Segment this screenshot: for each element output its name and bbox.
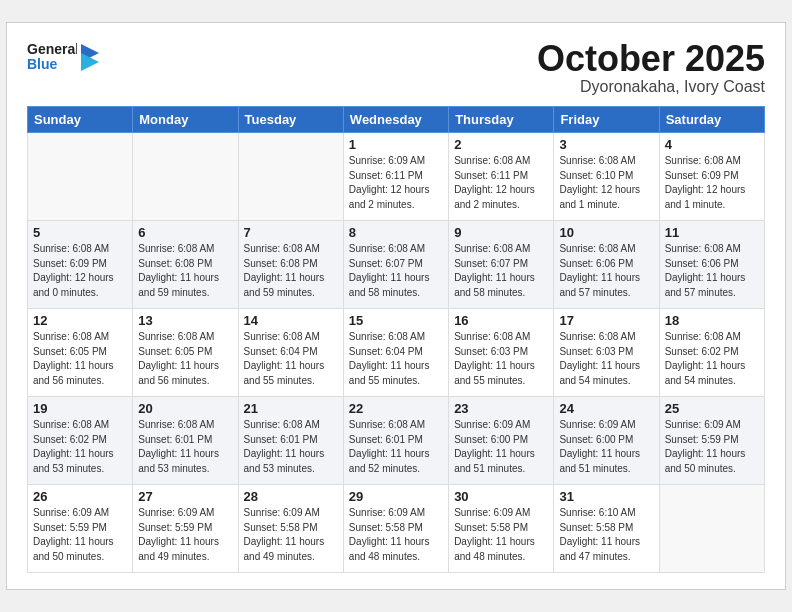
month-title: October 2025 [537, 39, 765, 79]
day-info: Sunrise: 6:08 AM Sunset: 6:05 PM Dayligh… [138, 330, 232, 388]
day-number: 6 [138, 225, 232, 240]
week-row-4: 19Sunrise: 6:08 AM Sunset: 6:02 PM Dayli… [28, 397, 765, 485]
day-cell: 18Sunrise: 6:08 AM Sunset: 6:02 PM Dayli… [659, 309, 764, 397]
week-row-5: 26Sunrise: 6:09 AM Sunset: 5:59 PM Dayli… [28, 485, 765, 573]
calendar-grid: Sunday Monday Tuesday Wednesday Thursday… [27, 106, 765, 573]
day-info: Sunrise: 6:09 AM Sunset: 6:00 PM Dayligh… [454, 418, 548, 476]
day-info: Sunrise: 6:10 AM Sunset: 5:58 PM Dayligh… [559, 506, 653, 564]
day-cell: 22Sunrise: 6:08 AM Sunset: 6:01 PM Dayli… [343, 397, 448, 485]
day-number: 30 [454, 489, 548, 504]
day-number: 24 [559, 401, 653, 416]
day-info: Sunrise: 6:08 AM Sunset: 6:02 PM Dayligh… [665, 330, 759, 388]
day-cell: 7Sunrise: 6:08 AM Sunset: 6:08 PM Daylig… [238, 221, 343, 309]
day-number: 10 [559, 225, 653, 240]
day-cell: 13Sunrise: 6:08 AM Sunset: 6:05 PM Dayli… [133, 309, 238, 397]
header-sunday: Sunday [28, 107, 133, 133]
day-info: Sunrise: 6:08 AM Sunset: 6:08 PM Dayligh… [244, 242, 338, 300]
week-row-3: 12Sunrise: 6:08 AM Sunset: 6:05 PM Dayli… [28, 309, 765, 397]
header-monday: Monday [133, 107, 238, 133]
day-info: Sunrise: 6:08 AM Sunset: 6:01 PM Dayligh… [349, 418, 443, 476]
day-cell: 5Sunrise: 6:08 AM Sunset: 6:09 PM Daylig… [28, 221, 133, 309]
logo: General Blue [27, 39, 99, 73]
header-wednesday: Wednesday [343, 107, 448, 133]
day-info: Sunrise: 6:08 AM Sunset: 6:09 PM Dayligh… [665, 154, 759, 212]
header-tuesday: Tuesday [238, 107, 343, 133]
header-thursday: Thursday [449, 107, 554, 133]
day-cell: 27Sunrise: 6:09 AM Sunset: 5:59 PM Dayli… [133, 485, 238, 573]
day-cell: 4Sunrise: 6:08 AM Sunset: 6:09 PM Daylig… [659, 133, 764, 221]
day-info: Sunrise: 6:09 AM Sunset: 5:58 PM Dayligh… [244, 506, 338, 564]
day-number: 20 [138, 401, 232, 416]
day-number: 1 [349, 137, 443, 152]
day-cell: 17Sunrise: 6:08 AM Sunset: 6:03 PM Dayli… [554, 309, 659, 397]
logo-svg: General Blue [27, 39, 77, 73]
day-info: Sunrise: 6:08 AM Sunset: 6:01 PM Dayligh… [138, 418, 232, 476]
day-cell: 2Sunrise: 6:08 AM Sunset: 6:11 PM Daylig… [449, 133, 554, 221]
day-cell [238, 133, 343, 221]
day-number: 22 [349, 401, 443, 416]
day-number: 2 [454, 137, 548, 152]
day-number: 23 [454, 401, 548, 416]
day-cell: 11Sunrise: 6:08 AM Sunset: 6:06 PM Dayli… [659, 221, 764, 309]
day-number: 26 [33, 489, 127, 504]
day-info: Sunrise: 6:08 AM Sunset: 6:04 PM Dayligh… [244, 330, 338, 388]
day-info: Sunrise: 6:08 AM Sunset: 6:04 PM Dayligh… [349, 330, 443, 388]
day-number: 27 [138, 489, 232, 504]
day-number: 21 [244, 401, 338, 416]
day-cell: 12Sunrise: 6:08 AM Sunset: 6:05 PM Dayli… [28, 309, 133, 397]
day-number: 3 [559, 137, 653, 152]
day-cell: 9Sunrise: 6:08 AM Sunset: 6:07 PM Daylig… [449, 221, 554, 309]
day-number: 29 [349, 489, 443, 504]
day-info: Sunrise: 6:09 AM Sunset: 5:59 PM Dayligh… [33, 506, 127, 564]
day-info: Sunrise: 6:08 AM Sunset: 6:06 PM Dayligh… [559, 242, 653, 300]
header-friday: Friday [554, 107, 659, 133]
day-number: 15 [349, 313, 443, 328]
day-number: 17 [559, 313, 653, 328]
day-info: Sunrise: 6:09 AM Sunset: 5:59 PM Dayligh… [665, 418, 759, 476]
day-info: Sunrise: 6:08 AM Sunset: 6:10 PM Dayligh… [559, 154, 653, 212]
day-number: 13 [138, 313, 232, 328]
day-number: 14 [244, 313, 338, 328]
day-info: Sunrise: 6:08 AM Sunset: 6:07 PM Dayligh… [349, 242, 443, 300]
day-info: Sunrise: 6:08 AM Sunset: 6:02 PM Dayligh… [33, 418, 127, 476]
day-number: 7 [244, 225, 338, 240]
weekday-header-row: Sunday Monday Tuesday Wednesday Thursday… [28, 107, 765, 133]
day-cell: 30Sunrise: 6:09 AM Sunset: 5:58 PM Dayli… [449, 485, 554, 573]
day-number: 25 [665, 401, 759, 416]
day-number: 8 [349, 225, 443, 240]
day-info: Sunrise: 6:09 AM Sunset: 5:59 PM Dayligh… [138, 506, 232, 564]
day-cell: 10Sunrise: 6:08 AM Sunset: 6:06 PM Dayli… [554, 221, 659, 309]
day-info: Sunrise: 6:09 AM Sunset: 6:00 PM Dayligh… [559, 418, 653, 476]
day-number: 16 [454, 313, 548, 328]
header-saturday: Saturday [659, 107, 764, 133]
day-cell: 28Sunrise: 6:09 AM Sunset: 5:58 PM Dayli… [238, 485, 343, 573]
day-number: 31 [559, 489, 653, 504]
day-number: 12 [33, 313, 127, 328]
logo-arrow [81, 39, 99, 73]
day-cell: 29Sunrise: 6:09 AM Sunset: 5:58 PM Dayli… [343, 485, 448, 573]
day-number: 5 [33, 225, 127, 240]
day-number: 19 [33, 401, 127, 416]
day-cell: 8Sunrise: 6:08 AM Sunset: 6:07 PM Daylig… [343, 221, 448, 309]
day-info: Sunrise: 6:08 AM Sunset: 6:09 PM Dayligh… [33, 242, 127, 300]
day-number: 4 [665, 137, 759, 152]
week-row-2: 5Sunrise: 6:08 AM Sunset: 6:09 PM Daylig… [28, 221, 765, 309]
day-cell: 26Sunrise: 6:09 AM Sunset: 5:59 PM Dayli… [28, 485, 133, 573]
day-info: Sunrise: 6:08 AM Sunset: 6:03 PM Dayligh… [559, 330, 653, 388]
day-cell: 31Sunrise: 6:10 AM Sunset: 5:58 PM Dayli… [554, 485, 659, 573]
day-cell: 21Sunrise: 6:08 AM Sunset: 6:01 PM Dayli… [238, 397, 343, 485]
day-cell: 6Sunrise: 6:08 AM Sunset: 6:08 PM Daylig… [133, 221, 238, 309]
title-block: October 2025 Dyoronakaha, Ivory Coast [537, 39, 765, 97]
day-cell: 20Sunrise: 6:08 AM Sunset: 6:01 PM Dayli… [133, 397, 238, 485]
day-cell [133, 133, 238, 221]
header: General Blue October 2025 Dyoronakaha, I… [27, 39, 765, 97]
day-info: Sunrise: 6:08 AM Sunset: 6:07 PM Dayligh… [454, 242, 548, 300]
day-info: Sunrise: 6:09 AM Sunset: 5:58 PM Dayligh… [454, 506, 548, 564]
day-info: Sunrise: 6:09 AM Sunset: 6:11 PM Dayligh… [349, 154, 443, 212]
day-info: Sunrise: 6:08 AM Sunset: 6:06 PM Dayligh… [665, 242, 759, 300]
day-cell: 1Sunrise: 6:09 AM Sunset: 6:11 PM Daylig… [343, 133, 448, 221]
day-cell: 16Sunrise: 6:08 AM Sunset: 6:03 PM Dayli… [449, 309, 554, 397]
svg-text:General: General [27, 41, 77, 57]
location-title: Dyoronakaha, Ivory Coast [537, 78, 765, 96]
week-row-1: 1Sunrise: 6:09 AM Sunset: 6:11 PM Daylig… [28, 133, 765, 221]
